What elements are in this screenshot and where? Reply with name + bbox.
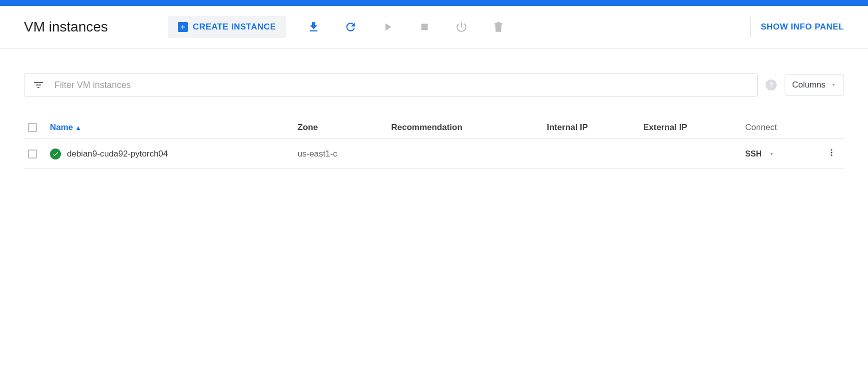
- play-icon: [381, 20, 394, 34]
- instance-zone: us-east1-c: [294, 139, 387, 169]
- table-row: debian9-cuda92-pytorch04 us-east1-c SSH: [24, 139, 844, 169]
- columns-label: Columns: [792, 80, 826, 90]
- sort-ascending-icon: ▲: [75, 124, 81, 132]
- content: ? Columns Name▲ Zone Recommendation Inte…: [0, 48, 868, 169]
- stop-icon: [418, 20, 431, 34]
- toolbar: CREATE INSTANCE SHOW INFO PANEL: [168, 16, 844, 38]
- refresh-icon: [344, 20, 357, 34]
- column-header-recommendation[interactable]: Recommendation: [387, 116, 543, 139]
- refresh-button[interactable]: [341, 18, 360, 36]
- column-header-zone[interactable]: Zone: [294, 116, 387, 139]
- svg-point-0: [831, 149, 833, 150]
- power-icon: [455, 20, 468, 34]
- table-header-row: Name▲ Zone Recommendation Internal IP Ex…: [24, 116, 844, 139]
- instance-internal-ip: [543, 139, 639, 169]
- instance-recommendation: [387, 139, 543, 169]
- header: VM instances CREATE INSTANCE S: [0, 6, 868, 48]
- delete-button[interactable]: [489, 18, 508, 36]
- import-button[interactable]: [304, 18, 323, 36]
- help-icon[interactable]: ?: [766, 80, 777, 90]
- divider: [750, 17, 751, 37]
- download-icon: [307, 20, 320, 34]
- create-instance-button[interactable]: CREATE INSTANCE: [168, 16, 286, 38]
- create-instance-label: CREATE INSTANCE: [193, 22, 276, 32]
- select-all-checkbox[interactable]: [28, 123, 37, 132]
- ssh-button[interactable]: SSH: [745, 150, 815, 158]
- instance-external-ip: [639, 139, 741, 169]
- svg-point-1: [831, 152, 833, 154]
- vm-table: Name▲ Zone Recommendation Internal IP Ex…: [24, 116, 844, 169]
- column-header-connect: Connect: [741, 116, 819, 139]
- top-bar: [0, 0, 868, 6]
- page-title: VM instances: [24, 19, 108, 35]
- column-header-name[interactable]: Name▲: [46, 116, 294, 139]
- stop-button[interactable]: [415, 18, 434, 36]
- filter-box[interactable]: [24, 74, 758, 96]
- plus-icon: [178, 22, 188, 32]
- filter-row: ? Columns: [24, 74, 844, 96]
- more-vert-icon: [827, 148, 836, 157]
- show-info-panel-button[interactable]: SHOW INFO PANEL: [761, 22, 844, 32]
- trash-icon: [492, 20, 505, 34]
- filter-icon: [32, 79, 44, 91]
- column-header-internal-ip[interactable]: Internal IP: [543, 116, 639, 139]
- instance-name[interactable]: debian9-cuda92-pytorch04: [67, 149, 168, 159]
- start-button[interactable]: [378, 18, 397, 36]
- status-running-icon: [50, 148, 61, 160]
- filter-input[interactable]: [54, 80, 749, 90]
- more-actions-button[interactable]: [823, 146, 840, 162]
- columns-button[interactable]: Columns: [785, 74, 844, 96]
- row-checkbox[interactable]: [28, 150, 37, 158]
- reset-button[interactable]: [452, 18, 471, 36]
- column-header-external-ip[interactable]: External IP: [639, 116, 741, 139]
- chevron-down-icon: [769, 151, 775, 157]
- svg-point-2: [831, 154, 833, 156]
- chevron-down-icon: [831, 82, 837, 88]
